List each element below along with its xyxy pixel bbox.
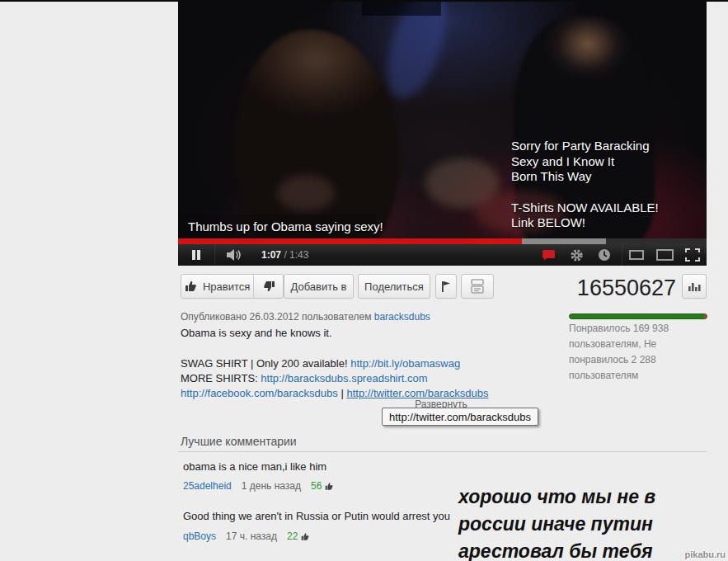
meme-line: арестовал бы тебя [458,538,655,561]
overlay-line: Link BELOW! [511,215,659,231]
time-current: 1:07 [261,249,281,261]
flag-icon [441,280,451,293]
fullscreen-icon [685,248,700,262]
volume-button[interactable] [215,244,253,266]
comment-author-link[interactable]: 25adelheid [183,480,232,492]
description-text: Obama is sexy and he knows it. [181,327,332,339]
video-caption: Thumbs up for Obama saying sexy! [188,219,383,233]
add-to-label: Добавить в [291,280,347,293]
annotations-icon [542,249,556,262]
transcript-icon [469,279,486,294]
wide-player-icon [656,249,674,261]
stage-light-decor [376,2,458,106]
wide-player-button[interactable] [651,244,679,266]
dislikes-segment [704,314,707,319]
video-annotation-box [362,2,441,16]
description-links: SWAG SHIRT | Only 200 available! http://… [181,356,488,401]
rating-text: Понравилось 169 938 пользователям, Не по… [569,321,684,384]
comment-time: 1 день назад [242,480,301,492]
comment-vote-count: 56 [311,480,322,492]
published-text: Опубликовано 26.03.2012 пользователем [181,311,371,323]
stats-button[interactable] [682,274,707,299]
comment-meta: 25adelheid 1 день назад 56 [183,480,334,492]
site-watermark: pikabu.ru [684,549,726,559]
time-display: 1:07 / 1:43 [261,249,534,261]
tooltip-text: http://twitter.com/baracksdubs [389,411,531,423]
dislike-button[interactable] [254,275,283,298]
comment-votes: 56 [311,480,334,492]
comment-time: 17 ч. назад [226,530,277,542]
thumb-up-icon [185,280,198,293]
like-dislike-group: Нравится [181,274,284,299]
transcript-button[interactable] [461,274,494,299]
comment-text: obama is a nice man,i like him [183,460,326,473]
thumb-up-icon [301,532,310,541]
gear-icon [570,248,584,262]
pause-icon [191,249,201,261]
channel-link[interactable]: baracksdubs [374,311,430,323]
comment-author-link[interactable]: qbBoys [183,530,216,542]
video-overlay-text: Sorry for Party Baracking Sexy and I Kno… [511,139,659,231]
page: Sorry for Party Baracking Sexy and I Kno… [0,0,728,561]
time-duration: / 1:43 [284,249,308,261]
clock-icon [598,248,611,262]
likes-ratio-bar [569,314,707,319]
thumb-up-icon [325,482,334,491]
desc-text: SWAG SHIRT | Only 200 available! [181,357,348,370]
player-control-bar: 1:07 / 1:43 [178,244,707,266]
share-button[interactable]: Поделиться [358,274,430,299]
published-line: Опубликовано 26.03.2012 пользователем ba… [181,311,430,323]
twitter-link[interactable]: http://twitter.com/baracksdubs [346,387,488,399]
spreadshirt-link[interactable]: http://baracksdubs.spreadshirt.com [261,372,427,384]
watch-later-button[interactable] [590,244,618,266]
facebook-link[interactable]: http://facebook.com/baracksdubs [181,387,338,399]
overlay-line: Sexy and I Know It [511,154,659,170]
meme-caption: хорошо что мы не в россии иначе путин ар… [458,483,655,561]
crowd-glow [277,175,335,211]
player-size-controls [622,244,707,266]
overlay-line: Sorry for Party Baracking [511,139,659,154]
settings-button[interactable] [562,244,590,266]
meme-line: хорошо что мы не в [458,483,655,511]
volume-icon [226,248,242,262]
overlay-line: Born This Way [511,169,659,185]
video-frame[interactable]: Sorry for Party Baracking Sexy and I Kno… [178,2,707,238]
share-label: Поделиться [364,280,424,293]
video-player: Sorry for Party Baracking Sexy and I Kno… [178,2,707,266]
like-label: Нравится [203,280,250,293]
small-player-icon [629,250,644,260]
description-line: SWAG SHIRT | Only 200 available! http://… [181,356,488,371]
comment-vote-count: 22 [287,530,298,542]
pause-button[interactable] [178,244,214,266]
comments-header: Лучшие комментарии [181,435,297,448]
description-line: MORE SHIRTS: http://baracksdubs.spreadsh… [181,371,488,386]
comment-meta: qbBoys 17 ч. назад 22 [183,530,310,542]
flag-button[interactable] [435,274,457,299]
comment-text: Good thing we aren't in Russia or Putin … [183,510,450,522]
swag-shirt-link[interactable]: http://bit.ly/obamaswag [350,357,460,370]
view-count: 16550627 [528,276,676,301]
desc-separator: | [341,387,343,399]
like-button[interactable]: Нравится [181,275,254,298]
comment-votes: 22 [287,530,310,542]
fullscreen-button[interactable] [679,244,707,266]
overlay-gap [511,185,659,200]
thumb-down-icon [262,280,275,293]
stats-icon [688,280,701,292]
link-url-tooltip: http://twitter.com/baracksdubs [382,408,538,426]
desc-text: MORE SHIRTS: [181,372,258,384]
seek-bar[interactable] [178,238,707,244]
played-progress [178,238,522,244]
add-to-button[interactable]: Добавить в [284,274,354,299]
meme-line: россии иначе путин [458,511,655,538]
small-player-button[interactable] [622,244,651,266]
annotations-button[interactable] [534,244,562,266]
comments-divider [178,451,707,452]
overlay-line: T-Shirts NOW AVAILABLE! [511,200,659,216]
